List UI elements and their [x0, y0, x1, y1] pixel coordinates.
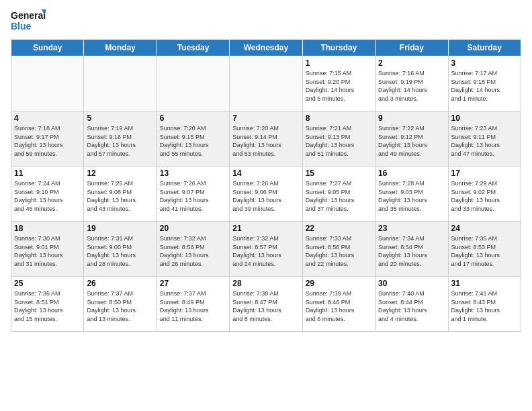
cal-cell: 2Sunrise: 7:16 AM Sunset: 9:19 PM Daylig…: [375, 56, 448, 111]
cell-info: Sunrise: 7:19 AM Sunset: 9:16 PM Dayligh…: [87, 124, 153, 158]
day-number: 27: [160, 279, 226, 288]
cell-info: Sunrise: 7:32 AM Sunset: 8:57 PM Dayligh…: [232, 234, 299, 268]
day-number: 5: [87, 113, 153, 123]
cell-info: Sunrise: 7:34 AM Sunset: 8:54 PM Dayligh…: [378, 234, 445, 268]
cal-cell: 27Sunrise: 7:37 AM Sunset: 8:49 PM Dayli…: [157, 277, 229, 332]
day-number: 22: [306, 224, 372, 233]
day-number: 14: [232, 169, 299, 178]
header: General Blue: [11, 8, 521, 32]
cell-info: Sunrise: 7:33 AM Sunset: 8:56 PM Dayligh…: [306, 234, 372, 268]
cell-info: Sunrise: 7:24 AM Sunset: 9:10 PM Dayligh…: [14, 179, 81, 213]
day-number: 7: [232, 113, 299, 123]
cal-cell: 14Sunrise: 7:26 AM Sunset: 9:06 PM Dayli…: [230, 167, 302, 222]
cal-cell: 6Sunrise: 7:20 AM Sunset: 9:15 PM Daylig…: [157, 111, 229, 167]
cal-cell: 12Sunrise: 7:25 AM Sunset: 9:08 PM Dayli…: [84, 167, 157, 222]
day-number: 28: [232, 279, 299, 288]
cal-cell: 31Sunrise: 7:41 AM Sunset: 8:43 PM Dayli…: [448, 277, 521, 332]
logo-svg: General Blue: [11, 8, 46, 32]
day-number: 29: [306, 279, 372, 288]
logo: General Blue: [11, 8, 46, 32]
cal-cell: [11, 56, 84, 111]
cal-cell: 21Sunrise: 7:32 AM Sunset: 8:57 PM Dayli…: [230, 222, 302, 277]
day-number: 8: [306, 113, 372, 123]
cal-cell: 18Sunrise: 7:30 AM Sunset: 9:01 PM Dayli…: [11, 222, 84, 277]
cell-info: Sunrise: 7:26 AM Sunset: 9:07 PM Dayligh…: [160, 179, 226, 213]
day-number: 9: [378, 113, 445, 123]
cal-cell: 19Sunrise: 7:31 AM Sunset: 9:00 PM Dayli…: [84, 222, 157, 277]
cal-cell: 1Sunrise: 7:15 AM Sunset: 9:20 PM Daylig…: [302, 56, 375, 111]
day-number: 6: [160, 113, 226, 123]
day-number: 18: [14, 224, 81, 233]
cell-info: Sunrise: 7:41 AM Sunset: 8:43 PM Dayligh…: [451, 289, 518, 323]
day-header-thursday: Thursday: [302, 40, 375, 56]
day-number: 31: [451, 279, 518, 288]
day-header-sunday: Sunday: [11, 40, 84, 56]
day-header-wednesday: Wednesday: [230, 40, 302, 56]
cal-cell: 15Sunrise: 7:27 AM Sunset: 9:05 PM Dayli…: [302, 167, 375, 222]
cal-cell: [84, 56, 157, 111]
cell-info: Sunrise: 7:40 AM Sunset: 8:44 PM Dayligh…: [378, 289, 445, 323]
cell-info: Sunrise: 7:37 AM Sunset: 8:49 PM Dayligh…: [160, 289, 226, 323]
day-number: 11: [14, 169, 81, 178]
day-number: 12: [87, 169, 153, 178]
day-header-monday: Monday: [84, 40, 157, 56]
cell-info: Sunrise: 7:27 AM Sunset: 9:05 PM Dayligh…: [306, 179, 372, 213]
day-header-friday: Friday: [375, 40, 448, 56]
cal-cell: 7Sunrise: 7:20 AM Sunset: 9:14 PM Daylig…: [230, 111, 302, 167]
cell-info: Sunrise: 7:38 AM Sunset: 8:47 PM Dayligh…: [232, 289, 299, 323]
day-number: 30: [378, 279, 445, 288]
cell-info: Sunrise: 7:18 AM Sunset: 9:17 PM Dayligh…: [14, 124, 81, 158]
day-number: 3: [451, 58, 518, 68]
day-number: 26: [87, 279, 153, 288]
cell-info: Sunrise: 7:39 AM Sunset: 8:46 PM Dayligh…: [306, 289, 372, 323]
calendar-table: SundayMondayTuesdayWednesdayThursdayFrid…: [11, 39, 521, 332]
cal-cell: 3Sunrise: 7:17 AM Sunset: 9:18 PM Daylig…: [448, 56, 521, 111]
page: General Blue SundayMondayTuesdayWednesda…: [0, 0, 532, 411]
day-number: 4: [14, 113, 81, 123]
cal-cell: 24Sunrise: 7:35 AM Sunset: 8:53 PM Dayli…: [448, 222, 521, 277]
cell-info: Sunrise: 7:35 AM Sunset: 8:53 PM Dayligh…: [451, 234, 518, 268]
day-header-saturday: Saturday: [448, 40, 521, 56]
day-number: 15: [306, 169, 372, 178]
day-number: 24: [451, 224, 518, 233]
cell-info: Sunrise: 7:26 AM Sunset: 9:06 PM Dayligh…: [232, 179, 299, 213]
cell-info: Sunrise: 7:16 AM Sunset: 9:19 PM Dayligh…: [378, 69, 445, 103]
cal-cell: 13Sunrise: 7:26 AM Sunset: 9:07 PM Dayli…: [157, 167, 229, 222]
svg-text:Blue: Blue: [11, 21, 32, 32]
cell-info: Sunrise: 7:32 AM Sunset: 8:58 PM Dayligh…: [160, 234, 226, 268]
cell-info: Sunrise: 7:29 AM Sunset: 9:02 PM Dayligh…: [451, 179, 518, 213]
cell-info: Sunrise: 7:17 AM Sunset: 9:18 PM Dayligh…: [451, 69, 518, 103]
cal-cell: 11Sunrise: 7:24 AM Sunset: 9:10 PM Dayli…: [11, 167, 84, 222]
cal-cell: 5Sunrise: 7:19 AM Sunset: 9:16 PM Daylig…: [84, 111, 157, 167]
cell-info: Sunrise: 7:15 AM Sunset: 9:20 PM Dayligh…: [306, 69, 372, 103]
day-number: 25: [14, 279, 81, 288]
day-number: 10: [451, 113, 518, 123]
cell-info: Sunrise: 7:28 AM Sunset: 9:03 PM Dayligh…: [378, 179, 445, 213]
day-number: 21: [232, 224, 299, 233]
cal-cell: 29Sunrise: 7:39 AM Sunset: 8:46 PM Dayli…: [302, 277, 375, 332]
cal-cell: 30Sunrise: 7:40 AM Sunset: 8:44 PM Dayli…: [375, 277, 448, 332]
cell-info: Sunrise: 7:21 AM Sunset: 9:13 PM Dayligh…: [306, 124, 372, 158]
cell-info: Sunrise: 7:36 AM Sunset: 8:51 PM Dayligh…: [14, 289, 81, 323]
cell-info: Sunrise: 7:25 AM Sunset: 9:08 PM Dayligh…: [87, 179, 153, 213]
cal-cell: 8Sunrise: 7:21 AM Sunset: 9:13 PM Daylig…: [302, 111, 375, 167]
cal-cell: 25Sunrise: 7:36 AM Sunset: 8:51 PM Dayli…: [11, 277, 84, 332]
cal-cell: 16Sunrise: 7:28 AM Sunset: 9:03 PM Dayli…: [375, 167, 448, 222]
cal-cell: 17Sunrise: 7:29 AM Sunset: 9:02 PM Dayli…: [448, 167, 521, 222]
cal-cell: 9Sunrise: 7:22 AM Sunset: 9:12 PM Daylig…: [375, 111, 448, 167]
cell-info: Sunrise: 7:20 AM Sunset: 9:14 PM Dayligh…: [232, 124, 299, 158]
cell-info: Sunrise: 7:22 AM Sunset: 9:12 PM Dayligh…: [378, 124, 445, 158]
cell-info: Sunrise: 7:20 AM Sunset: 9:15 PM Dayligh…: [160, 124, 226, 158]
day-number: 16: [378, 169, 445, 178]
cal-cell: 20Sunrise: 7:32 AM Sunset: 8:58 PM Dayli…: [157, 222, 229, 277]
cal-cell: 22Sunrise: 7:33 AM Sunset: 8:56 PM Dayli…: [302, 222, 375, 277]
day-header-tuesday: Tuesday: [157, 40, 229, 56]
cal-cell: 28Sunrise: 7:38 AM Sunset: 8:47 PM Dayli…: [230, 277, 302, 332]
cal-cell: 4Sunrise: 7:18 AM Sunset: 9:17 PM Daylig…: [11, 111, 84, 167]
cal-cell: 23Sunrise: 7:34 AM Sunset: 8:54 PM Dayli…: [375, 222, 448, 277]
day-number: 19: [87, 224, 153, 233]
day-number: 1: [306, 58, 372, 68]
cal-cell: 10Sunrise: 7:23 AM Sunset: 9:11 PM Dayli…: [448, 111, 521, 167]
cal-cell: 26Sunrise: 7:37 AM Sunset: 8:50 PM Dayli…: [84, 277, 157, 332]
cell-info: Sunrise: 7:37 AM Sunset: 8:50 PM Dayligh…: [87, 289, 153, 323]
